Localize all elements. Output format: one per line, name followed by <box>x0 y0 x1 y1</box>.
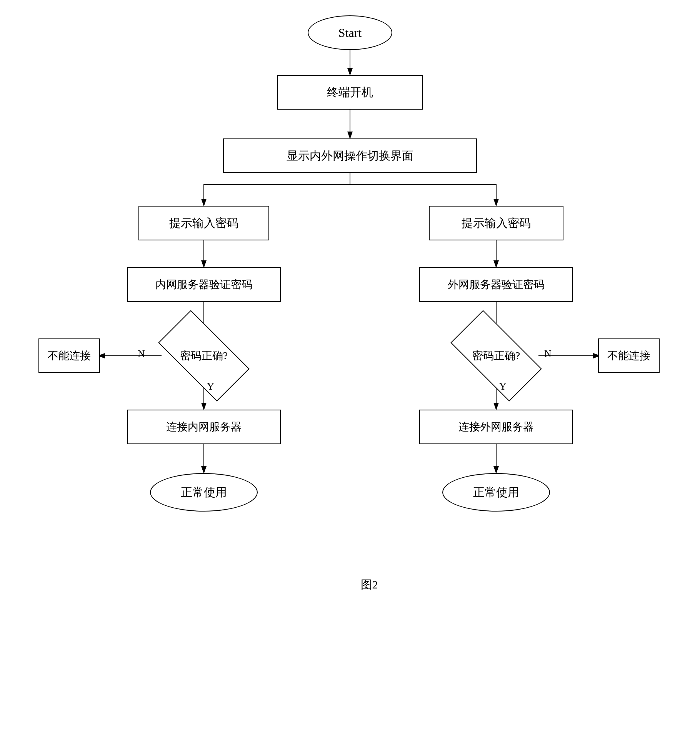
flowchart-diagram: Start 终端开机 显示内外网操作切换界面 提示输入密码 提示输入密码 内网服… <box>0 0 700 750</box>
switch-ui-node: 显示内外网操作切换界面 <box>223 138 477 173</box>
left-connect-node: 连接内网服务器 <box>127 410 281 444</box>
left-pwd-correct-diamond: 密码正确? <box>158 310 250 402</box>
start-node: Start <box>308 15 392 50</box>
left-no-connect-node: 不能连接 <box>38 338 100 373</box>
right-pwd-correct-diamond: 密码正确? <box>450 310 542 402</box>
right-normal-node: 正常使用 <box>442 473 550 512</box>
left-no-label: N <box>138 348 145 360</box>
right-pwd-correct-label: 密码正确? <box>455 333 537 378</box>
figure-caption: 图2 <box>331 577 408 593</box>
right-yes-label: Y <box>499 381 507 392</box>
right-verify-pwd-node: 外网服务器验证密码 <box>419 267 573 302</box>
right-no-connect-node: 不能连接 <box>598 338 660 373</box>
right-no-label: N <box>544 348 552 360</box>
right-prompt-pwd-node: 提示输入密码 <box>429 206 563 240</box>
left-prompt-pwd-node: 提示输入密码 <box>138 206 269 240</box>
left-verify-pwd-node: 内网服务器验证密码 <box>127 267 281 302</box>
terminal-boot-node: 终端开机 <box>277 75 423 110</box>
left-yes-label: Y <box>207 381 214 392</box>
left-pwd-correct-label: 密码正确? <box>163 333 245 378</box>
left-normal-node: 正常使用 <box>150 473 258 512</box>
right-connect-node: 连接外网服务器 <box>419 410 573 444</box>
